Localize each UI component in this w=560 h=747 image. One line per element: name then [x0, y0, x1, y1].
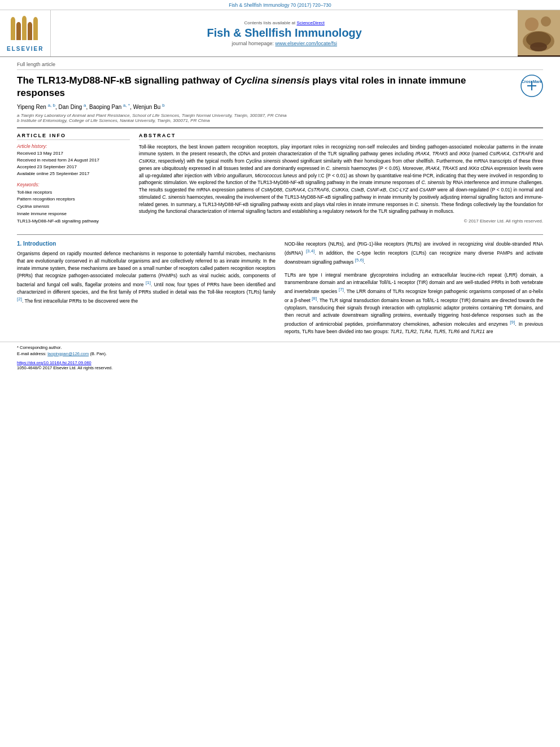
svg-point-13 [525, 18, 539, 31]
article-info-column: ARTICLE INFO Article history: Received 1… [17, 133, 130, 225]
affiliation-a: a Tianjin Key Laboratory of Animal and P… [17, 113, 543, 118]
body-intro-left: Organisms depend on rapidly mounted defe… [17, 250, 275, 305]
body-intro-right-2: TLRs are type I integral membrane glycop… [285, 272, 543, 336]
copyright-notice: © 2017 Elsevier Ltd. All rights reserved… [139, 219, 543, 224]
svg-point-15 [530, 42, 547, 51]
svg-point-8 [28, 22, 32, 28]
doi-section: https://doi.org/10.1016/j.fsi.2017.09.06… [0, 358, 560, 372]
body-intro-right-1: NOD-like receptors (NLRs), and (RIG-1)-l… [285, 241, 543, 266]
article-title-section: The TLR13-MyD88-NF-κB signalling pathway… [17, 75, 543, 99]
keyword-2: Pattern recognition receptors [17, 196, 130, 203]
authors-line: Yipeng Ren a, b, Dan Ding a, Baoping Pan… [17, 103, 543, 110]
abstract-column: ABSTRACT Toll-like receptors, the best k… [139, 133, 543, 225]
keyword-1: Toll-like receptors [17, 189, 130, 196]
keyword-3: Cyclina sinensis [17, 203, 130, 211]
footnote-section: * Corresponding author. E-mail address: … [0, 342, 560, 359]
keyword-4: Innate immune response [17, 211, 130, 218]
header-top: Fish & Shellfish Immunology 70 (2017) 72… [0, 0, 560, 10]
article-history: Article history: Received 13 May 2017 Re… [17, 143, 130, 177]
keywords-label: Keywords: [17, 182, 130, 187]
cover-image-icon [518, 10, 560, 55]
elsevier-logo-area: ELSEVIER [0, 10, 51, 56]
body-section: 1. Introduction Organisms depend on rapi… [0, 235, 560, 342]
svg-point-7 [22, 16, 27, 23]
history-label: Article history: [17, 143, 130, 149]
issn-line: 1050-4648/© 2017 Elsevier Ltd. All right… [17, 365, 543, 370]
journal-citation: Fish & Shellfish Immunology 70 (2017) 72… [229, 2, 331, 8]
article-type: Full length article [17, 62, 543, 70]
svg-point-9 [33, 17, 38, 24]
svg-point-14 [541, 16, 551, 27]
affiliations: a Tianjin Key Laboratory of Animal and P… [17, 113, 543, 123]
received-date: Received 13 May 2017 [17, 150, 130, 157]
crossmark-icon: CrossMark [520, 75, 543, 97]
email-link[interactable]: laopingpan@126.com [47, 351, 89, 356]
keywords-section: Keywords: Toll-like receptors Pattern re… [17, 182, 130, 225]
journal-homepage-line: journal homepage: www.elsevier.com/locat… [231, 41, 337, 46]
page: Fish & Shellfish Immunology 70 (2017) 72… [0, 0, 560, 747]
doi-link: https://doi.org/10.1016/j.fsi.2017.09.06… [17, 360, 543, 365]
elsevier-wordmark: ELSEVIER [7, 46, 43, 52]
accepted-date: Accepted 23 September 2017 [17, 164, 130, 171]
section-1-heading: 1. Introduction [17, 241, 275, 247]
article-title: The TLR13-MyD88-NF-κB signalling pathway… [17, 75, 515, 99]
body-left-column: 1. Introduction Organisms depend on rapi… [17, 241, 275, 336]
article-info-header: ARTICLE INFO [17, 133, 130, 140]
body-right-column: NOD-like receptors (NLRs), and (RIG-1)-l… [285, 241, 543, 336]
journal-banner: ELSEVIER Contents lists available at Sci… [0, 10, 560, 57]
abstract-header: ABSTRACT [139, 133, 543, 140]
journal-name-area: Contents lists available at ScienceDirec… [51, 10, 518, 56]
journal-title-banner: Fish & Shellfish Immunology [207, 27, 362, 40]
homepage-url[interactable]: www.elsevier.com/locate/fsi [275, 41, 338, 46]
sciencedirect-note: Contents lists available at ScienceDirec… [244, 20, 325, 25]
affiliation-b: b Institute of Entomology, College of Li… [17, 118, 543, 123]
revised-date: Received in revised form 24 August 2017 [17, 157, 130, 164]
keyword-5: TLR13-MyD88-NF-κB signalling pathway [17, 218, 130, 225]
article-content: Full length article The TLR13-MyD88-NF-κ… [0, 57, 560, 234]
available-date: Available online 25 September 2017 [17, 171, 130, 177]
email-line: E-mail address: laopingpan@126.com (B. P… [17, 351, 543, 357]
sciencedirect-link[interactable]: ScienceDirect [297, 20, 325, 25]
svg-point-5 [11, 17, 15, 24]
abstract-text: Toll-like receptors, the best known patt… [139, 143, 543, 216]
corresponding-author-note: * Corresponding author. [17, 344, 543, 351]
two-column-section: ARTICLE INFO Article history: Received 1… [17, 128, 543, 225]
journal-cover-image [518, 10, 560, 56]
svg-point-6 [16, 22, 21, 28]
doi-anchor[interactable]: https://doi.org/10.1016/j.fsi.2017.09.06… [17, 360, 91, 365]
elsevier-tree-icon [10, 15, 41, 46]
